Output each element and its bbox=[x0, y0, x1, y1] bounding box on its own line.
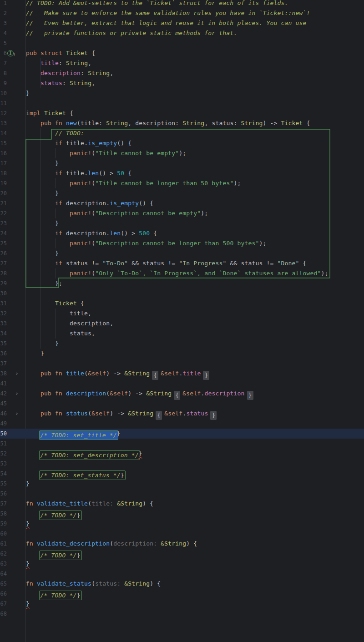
line-number[interactable]: 60 bbox=[0, 529, 7, 539]
code-line[interactable]: 35 } bbox=[0, 339, 364, 349]
line-number[interactable]: 42 bbox=[0, 389, 7, 399]
code-line[interactable]: 21 if description.is_empty() { bbox=[0, 198, 364, 208]
code-line[interactable]: 17 } bbox=[0, 158, 364, 168]
code-line[interactable]: 11 bbox=[0, 98, 364, 108]
code-line[interactable]: 31 Ticket { bbox=[0, 298, 364, 308]
line-number[interactable]: 7 bbox=[0, 58, 7, 68]
code-line[interactable]: 57fn validate_title(title: &String) { bbox=[0, 499, 364, 509]
code-line[interactable]: 60 bbox=[0, 529, 364, 539]
code-line[interactable]: 4// private functions or private static … bbox=[0, 28, 364, 38]
line-number[interactable]: 16 bbox=[0, 148, 7, 158]
line-number[interactable]: 55 bbox=[0, 479, 7, 489]
code-line[interactable]: 42› pub fn description(&self) -> &String… bbox=[0, 389, 364, 399]
line-number[interactable]: 12 bbox=[0, 108, 7, 118]
line-number[interactable]: 63 bbox=[0, 559, 7, 569]
line-number[interactable]: 34 bbox=[0, 329, 7, 339]
code-line[interactable]: 66 /* TODO */} bbox=[0, 589, 364, 599]
code-line[interactable]: 27 if status != "To-Do" && status != "In… bbox=[0, 258, 364, 268]
code-line[interactable]: 30 bbox=[0, 288, 364, 298]
code-line[interactable]: 5 bbox=[0, 38, 364, 48]
code-line[interactable]: 22 panic!("Description cannot be empty")… bbox=[0, 208, 364, 218]
code-line[interactable]: 62 /* TODO */} bbox=[0, 549, 364, 559]
code-line[interactable]: 36 } bbox=[0, 349, 364, 359]
code-line[interactable]: 19 panic!("Title cannot be longer than 5… bbox=[0, 178, 364, 188]
code-line[interactable]: 29 }; bbox=[0, 278, 364, 288]
code-line[interactable]: 25 panic!("Description cannot be longer … bbox=[0, 238, 364, 248]
line-number[interactable]: 50 bbox=[0, 429, 7, 439]
line-number[interactable]: 54 bbox=[0, 469, 7, 479]
line-number[interactable]: 28 bbox=[0, 268, 7, 278]
code-line[interactable]: 58 /* TODO */} bbox=[0, 509, 364, 519]
line-number[interactable]: 23 bbox=[0, 218, 7, 228]
code-line[interactable]: 2// Make sure to enforce the same valida… bbox=[0, 8, 364, 18]
line-number[interactable]: 65 bbox=[0, 579, 7, 589]
line-number[interactable]: 64 bbox=[0, 569, 7, 579]
code-line[interactable]: 68 bbox=[0, 609, 364, 619]
code-line[interactable]: 64 bbox=[0, 569, 364, 579]
code-line[interactable]: 65fn validate_status(status: &String) { bbox=[0, 579, 364, 589]
line-number[interactable]: 32 bbox=[0, 308, 7, 318]
code-line[interactable]: 10} bbox=[0, 88, 364, 98]
line-number[interactable]: 27 bbox=[0, 258, 7, 268]
code-line[interactable]: 24 if description.len() > 500 { bbox=[0, 228, 364, 238]
code-line[interactable]: 33 description, bbox=[0, 318, 364, 329]
code-line[interactable]: 53 bbox=[0, 459, 364, 469]
line-number[interactable]: 41 bbox=[0, 379, 7, 389]
line-number[interactable]: 24 bbox=[0, 228, 7, 238]
line-number[interactable]: 53 bbox=[0, 459, 7, 469]
line-number[interactable]: 49 bbox=[0, 419, 7, 429]
code-line[interactable]: 20 } bbox=[0, 188, 364, 198]
code-line[interactable]: 41 bbox=[0, 379, 364, 389]
fold-chevron-icon[interactable]: › bbox=[15, 389, 19, 399]
code-line[interactable]: 7 title: String, bbox=[0, 58, 364, 68]
line-number[interactable]: 1 bbox=[0, 0, 7, 8]
code-line[interactable]: 15 if title.is_empty() { bbox=[0, 138, 364, 148]
line-number[interactable]: 56 bbox=[0, 489, 7, 499]
code-line[interactable]: 67} bbox=[0, 599, 364, 609]
line-number[interactable]: 31 bbox=[0, 298, 7, 308]
line-number[interactable]: 6 bbox=[0, 48, 7, 58]
line-number[interactable]: 29 bbox=[0, 278, 7, 288]
line-number[interactable]: 14 bbox=[0, 128, 7, 138]
code-line[interactable]: 63} bbox=[0, 559, 364, 569]
line-number[interactable]: 38 bbox=[0, 369, 7, 379]
fold-chevron-icon[interactable]: › bbox=[15, 409, 19, 419]
code-line[interactable]: 45 bbox=[0, 399, 364, 409]
code-line[interactable]: 18 if title.len() > 50 { bbox=[0, 168, 364, 178]
line-number[interactable]: 13 bbox=[0, 118, 7, 128]
code-line[interactable]: 13 pub fn new(title: String, description… bbox=[0, 118, 364, 128]
line-number[interactable]: 33 bbox=[0, 318, 7, 329]
line-number[interactable]: 11 bbox=[0, 98, 7, 108]
line-number[interactable]: 57 bbox=[0, 499, 7, 509]
line-number[interactable]: 52 bbox=[0, 449, 7, 459]
code-line[interactable]: 3// Even better, extract that logic and … bbox=[0, 18, 364, 28]
line-number[interactable]: 4 bbox=[0, 28, 7, 38]
code-line[interactable]: 38› pub fn title(&self) -> &String { &se… bbox=[0, 369, 364, 379]
line-number[interactable]: 51 bbox=[0, 439, 7, 449]
line-number[interactable]: 37 bbox=[0, 359, 7, 369]
code-line[interactable]: 59} bbox=[0, 519, 364, 529]
code-line[interactable]: 14 // TODO: bbox=[0, 128, 364, 138]
line-number[interactable]: 15 bbox=[0, 138, 7, 148]
code-line[interactable]: 52 /* TODO: set_description */} bbox=[0, 449, 364, 459]
code-line[interactable]: 1// TODO: Add &mut-setters to the `Ticke… bbox=[0, 0, 364, 8]
line-number[interactable]: 10 bbox=[0, 88, 7, 98]
code-line[interactable]: 55} bbox=[0, 479, 364, 489]
line-number[interactable]: 18 bbox=[0, 168, 7, 178]
line-number[interactable]: 68 bbox=[0, 609, 7, 619]
code-line[interactable]: 50 /* TODO: set_title */} bbox=[0, 429, 364, 439]
line-number[interactable]: 35 bbox=[0, 339, 7, 349]
line-number[interactable]: 8 bbox=[0, 68, 7, 78]
line-number[interactable]: 2 bbox=[0, 8, 7, 18]
fold-chevron-icon[interactable]: › bbox=[15, 369, 19, 379]
code-line[interactable]: 28 panic!("Only `To-Do`, `In Progress`, … bbox=[0, 268, 364, 278]
code-line[interactable]: 54 /* TODO: set_status */} bbox=[0, 469, 364, 479]
code-line[interactable]: 8 description: String, bbox=[0, 68, 364, 78]
line-number[interactable]: 58 bbox=[0, 509, 7, 519]
line-number[interactable]: 9 bbox=[0, 78, 7, 88]
line-number[interactable]: 20 bbox=[0, 188, 7, 198]
code-line[interactable]: 46› pub fn status(&self) -> &String { &s… bbox=[0, 409, 364, 419]
line-number[interactable]: 21 bbox=[0, 198, 7, 208]
line-number[interactable]: 66 bbox=[0, 589, 7, 599]
line-number[interactable]: 59 bbox=[0, 519, 7, 529]
